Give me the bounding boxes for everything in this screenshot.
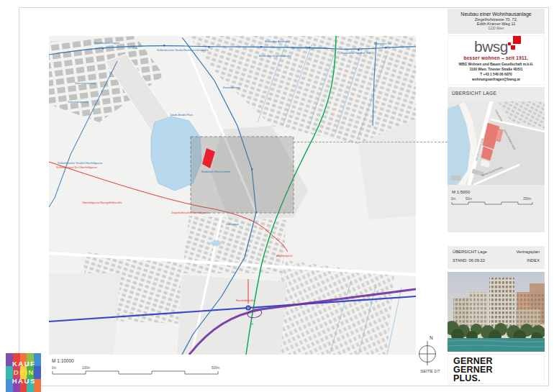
kdh-wordmark: KAUF DEIN HAUS <box>6 353 41 392</box>
bwsg-address: 1100 Wien, Triester Straße 40/5/1 <box>448 68 544 73</box>
detail-scale-bar: 0m 50m 250m <box>451 196 536 208</box>
map-label: Oberfeldgasse/Spargelfeldstraße <box>82 201 122 204</box>
plan-date: STAND: 06.09.22 <box>453 258 485 263</box>
map-label: Am Heidjöchl <box>276 255 293 257</box>
small-pond <box>211 240 221 246</box>
detail-area-overlay[interactable] <box>191 137 294 213</box>
map-label: Breitenleer Friedhof 26A <box>341 52 371 55</box>
detail-connector-line <box>294 142 448 142</box>
kdh-line: HAUS <box>11 377 36 386</box>
map-label: Süßenbrunner Straße/Oberfeldgasse <box>58 162 102 165</box>
bwsg-logo: bwsg <box>474 40 508 55</box>
scale-tick: 500m <box>212 366 220 370</box>
developer-block: bwsg besser wohnen – seit 1911. WBG Wohn… <box>448 35 545 85</box>
project-address-2: Edith-Kramer-Weg 11 <box>448 22 545 26</box>
project-title: Neubau einer Wohnhausanlage <box>448 12 545 17</box>
map-label: Breitenlee Ziegelhofstraße <box>259 55 291 58</box>
map-scale-bar: 0m 100m 500m <box>52 365 223 378</box>
scale-tick: 100m <box>82 366 91 370</box>
plan-index: INDEX <box>527 258 540 263</box>
north-arrow: N <box>412 332 443 368</box>
map-route-number: 26A <box>132 47 137 50</box>
scale-tick: 250m <box>523 197 532 201</box>
bwsg-company: WBG Wohnen und Bauen Gesellschaft m.b.H. <box>448 63 544 68</box>
map-label: Breitenlee Spargelfeldstraße <box>292 47 327 50</box>
plan-category: Vertragsplan <box>516 250 540 254</box>
map-label: Badeteich Hirschstetten <box>201 170 230 173</box>
bwsg-contact: WBG Wohnen und Bauen Gesellschaft m.b.H.… <box>448 63 544 83</box>
map-label: Zwerchäckerweg <box>75 82 96 85</box>
architect-logo: GERNER GERNER PLUS. <box>448 354 545 384</box>
fields-southwest <box>49 273 121 355</box>
scale-tick: 0m <box>52 366 57 370</box>
north-label: N <box>430 335 433 340</box>
overview-title: ÜBERSICHT LAGE <box>448 87 545 98</box>
city-map[interactable]: U Gewerbepark Kagran Süßenbrunner Straße… <box>49 36 416 355</box>
plan-type: ÜBERSICHT Lage <box>453 250 487 254</box>
bwsg-phone: T +43 1 546 06 6070 <box>448 73 544 78</box>
map-label: Hausfeldstraße <box>253 307 271 310</box>
map-label: Süßenbrunner Str./Oberfeldgasse <box>56 166 97 169</box>
kdh-line: KAUF <box>11 360 35 368</box>
map-label: Hausfeldstraße <box>236 299 255 302</box>
map-label: Lieblgasse <box>226 223 239 226</box>
kdh-line: DEIN <box>12 368 35 377</box>
title-block: Neubau einer Wohnhausanlage Ziegelhofstr… <box>448 9 545 34</box>
bwsg-tagline: besser wohnen – seit 1911. <box>448 55 544 60</box>
map-scale-label: M 1:10000 <box>52 358 74 363</box>
bwsg-pixel-squares-icon <box>508 37 521 50</box>
bwsg-email[interactable]: wohnungsanfragen@bwsg.at <box>448 78 544 83</box>
overview-section: ÜBERSICHT LAGE ZIEGELHOFSTRASSE EDITH-KR… <box>448 87 545 232</box>
project-city: 1220 Wien <box>448 27 545 30</box>
bwsg-wordmark: bwsg <box>474 38 508 55</box>
detail-map[interactable]: ZIEGELHOFSTRASSE EDITH-KRAMER-WEG LIEBLG… <box>448 101 545 185</box>
map-label: Korianderweg <box>223 86 240 89</box>
map-label: Ziegelhofstraße/Oberfeldgasse <box>171 211 209 214</box>
scale-tick: 0m <box>451 197 456 201</box>
detail-scale-label: M 1:5000 <box>452 190 470 194</box>
rendering-image <box>448 272 545 352</box>
plan-info-table: ÜBERSICHT Lage Vertragsplan STAND: 06.09… <box>448 246 545 269</box>
map-label: Gewerbepark Kagran <box>94 42 119 45</box>
building-rendering <box>448 272 545 352</box>
map-label: Breitenlee Ort <box>374 42 391 45</box>
scale-tick: 50m <box>466 197 472 201</box>
map-label: Breitenlee Amtshaus <box>265 40 290 43</box>
map-route-number: 26 <box>250 323 253 326</box>
architect-line: PLUS. <box>453 375 544 383</box>
kauf-dein-haus-logo: KAUF DEIN HAUS <box>6 353 41 392</box>
map-label: Zwerchäckerweg <box>68 101 88 104</box>
page-number: SEITE 2/7 <box>412 369 449 373</box>
map-label: Jakob-Bindel-Platz <box>170 114 193 117</box>
map-label: Süßenbrunner Straße/Siebeneichenstraße <box>157 49 209 52</box>
